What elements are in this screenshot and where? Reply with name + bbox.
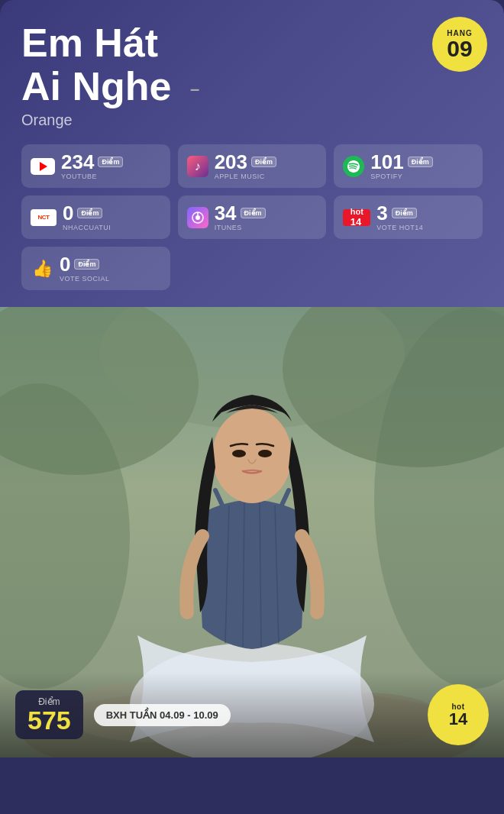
itunes-num: 34 bbox=[215, 203, 237, 223]
title-line1: Em Hát bbox=[21, 21, 158, 65]
hot14-logo-num: 14 bbox=[449, 711, 467, 728]
svg-point-21 bbox=[232, 450, 246, 457]
spotify-label: SPOTIFY bbox=[370, 173, 432, 180]
bottom-bar: Điểm 575 BXH TUẦN 04.09 - 10.09 hot 14 bbox=[0, 672, 504, 757]
trend-indicator: – bbox=[190, 80, 199, 99]
svg-point-20 bbox=[212, 409, 292, 503]
spotify-diem: Điểm bbox=[408, 157, 433, 167]
youtube-num: 234 bbox=[61, 152, 94, 172]
stat-card-vote-social: 👍 0 Điểm VOTE SOCIAL bbox=[21, 247, 170, 290]
rank-number: 09 bbox=[447, 37, 472, 60]
hot14-logo: hot 14 bbox=[428, 684, 489, 745]
nct-icon: NCT bbox=[31, 209, 57, 226]
stat-card-itunes: 34 Điểm ITUNES bbox=[178, 195, 327, 239]
rank-badge: HANG 09 bbox=[432, 17, 487, 72]
song-title: Em Hát Ai Nghe – bbox=[21, 21, 418, 108]
youtube-diem: Điểm bbox=[98, 157, 123, 167]
nhaccuatui-num: 0 bbox=[63, 203, 73, 223]
artist-photo-section: Điểm 575 BXH TUẦN 04.09 - 10.09 hot 14 bbox=[0, 307, 504, 757]
itunes-icon bbox=[187, 207, 208, 228]
stat-card-spotify: 101 Điểm SPOTIFY bbox=[334, 144, 483, 188]
date-range-box: BXH TUẦN 04.09 - 10.09 bbox=[94, 704, 231, 726]
score-box: Điểm 575 bbox=[15, 690, 83, 739]
vote-social-diem: Điểm bbox=[74, 259, 99, 270]
svg-point-22 bbox=[258, 450, 272, 457]
apple-music-diem: Điểm bbox=[251, 157, 276, 167]
spotify-icon bbox=[343, 156, 364, 177]
spotify-num: 101 bbox=[370, 152, 403, 172]
itunes-diem: Điểm bbox=[241, 208, 266, 218]
youtube-icon bbox=[31, 158, 55, 175]
vote-social-label: VOTE SOCIAL bbox=[60, 275, 110, 283]
stat-card-youtube: 234 Điểm YOUTUBE bbox=[21, 144, 170, 188]
stat-card-vote-hot14: hot14 3 Điểm VOTE HOT14 bbox=[334, 195, 483, 239]
vote-hot14-label: VOTE HOT14 bbox=[376, 224, 423, 231]
nhaccuatui-diem: Điểm bbox=[77, 208, 102, 218]
apple-music-label: APPLE MUSIC bbox=[215, 173, 276, 180]
artist-name: Orange bbox=[21, 111, 483, 129]
stats-grid: 234 Điểm YOUTUBE ♪ 203 Điểm APPLE MUSIC bbox=[21, 144, 483, 290]
top-section: HANG 09 Em Hát Ai Nghe – Orange 234 Điểm… bbox=[0, 0, 504, 307]
title-line2: Ai Nghe bbox=[21, 64, 171, 108]
vote-hot14-diem: Điểm bbox=[392, 208, 417, 218]
youtube-label: YOUTUBE bbox=[61, 173, 123, 180]
svg-point-1 bbox=[195, 215, 200, 220]
apple-music-icon: ♪ bbox=[187, 156, 208, 177]
date-range-text: BXH TUẦN 04.09 - 10.09 bbox=[106, 709, 218, 721]
itunes-label: ITUNES bbox=[215, 224, 266, 231]
stat-card-nhaccuatui: NCT 0 Điểm NHACCUATUI bbox=[21, 195, 170, 239]
thumbs-up-icon: 👍 bbox=[31, 258, 53, 279]
apple-music-num: 203 bbox=[215, 152, 247, 172]
vote-social-num: 0 bbox=[60, 254, 70, 274]
stat-card-apple-music: ♪ 203 Điểm APPLE MUSIC bbox=[178, 144, 327, 188]
vote-hot14-num: 3 bbox=[376, 203, 387, 223]
nhaccuatui-label: NHACCUATUI bbox=[63, 224, 111, 231]
score-number: 575 bbox=[27, 707, 71, 733]
hot14-stat-icon: hot14 bbox=[343, 209, 370, 226]
